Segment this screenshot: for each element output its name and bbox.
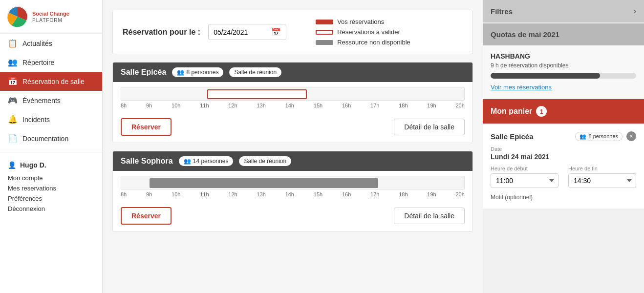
filtres-label: Filtres [491, 7, 513, 16]
cart-room-right: 👥 8 personnes × [575, 131, 636, 141]
capacity-icon-epicea: 👥 [177, 69, 184, 76]
voir-reservations-link[interactable]: Voir mes réservations [491, 84, 552, 91]
logo-text-block: Social Change PLATFORM [32, 10, 69, 22]
sidebar-item-reservation[interactable]: 📅 Réservation de salle [0, 72, 102, 91]
cart-start-select[interactable]: 11:00 11:30 12:00 [491, 173, 558, 188]
sidebar-item-actualites-label: Actualités [22, 40, 52, 47]
cart-start-group: Heure de début 11:00 11:30 12:00 [491, 166, 558, 188]
cart-count-badge: 1 [536, 106, 547, 117]
quotas-label: Quotas de mai 2021 [491, 30, 559, 39]
timeline-block-sophora-busy [150, 178, 378, 188]
deconnexion-link[interactable]: Déconnexion [8, 204, 94, 214]
user-icon: 👤 [8, 161, 16, 169]
legend: Vos réservations Réservations à valider … [316, 18, 410, 46]
reservation-icon: 📅 [8, 77, 18, 86]
room-actions-sophora: Réserver Détail de la salle [113, 202, 472, 231]
cart-room-header: Salle Epicéa 👥 8 personnes × [491, 131, 636, 141]
platform-label: PLATFORM [32, 18, 69, 23]
quotas-section: Quotas de mai 2021 HASHBANG 9 h de réser… [483, 22, 644, 98]
user-section: 👤 Hugo D. Mon compte Mes reservations Pr… [0, 156, 102, 219]
cart-motif-label: Motif (optionnel) [491, 194, 636, 201]
quotas-desc: 9 h de réservation disponibles [491, 62, 636, 69]
sidebar-item-incidents[interactable]: 🔔 Incidents [0, 110, 102, 129]
timeline-track-epicea [121, 87, 465, 101]
sidebar-item-repertoire[interactable]: 👥 Répertoire [0, 53, 102, 72]
sidebar-item-documentation[interactable]: 📄 Documentation [0, 129, 102, 148]
quotas-header: Quotas de mai 2021 [483, 23, 644, 45]
timeline-block-epicea-pending [207, 89, 307, 99]
cart-end-select[interactable]: 14:30 15:00 15:30 [568, 173, 636, 188]
reserver-button-epicea[interactable]: Réserver [121, 118, 172, 136]
legend-bar-vos [316, 20, 333, 24]
cart-header: Mon panier 1 [483, 99, 644, 124]
reserver-button-sophora[interactable]: Réserver [121, 207, 172, 225]
brand-name: Social Change [32, 10, 69, 17]
sidebar-item-evenements-label: Évènements [22, 97, 61, 105]
filtres-chevron: › [634, 7, 636, 16]
logo-icon [7, 6, 28, 27]
legend-vos-label: Vos réservations [337, 18, 384, 25]
cart-start-label: Heure de début [491, 166, 558, 171]
evenements-icon: 🎮 [8, 96, 18, 105]
room-type-sophora: Salle de réunion [239, 156, 291, 166]
cart-end-group: Heure de fin 14:30 15:00 15:30 [568, 166, 636, 188]
repertoire-icon: 👥 [8, 58, 18, 67]
cart-capacity-icon: 👥 [580, 133, 586, 140]
room-card-sophora: Salle Sophora 👥 14 personnes Salle de ré… [112, 151, 473, 232]
sidebar-item-actualites[interactable]: 📋 Actualités [0, 34, 102, 53]
room-capacity-sophora: 👥 14 personnes [179, 156, 234, 166]
sidebar-item-reservation-label: Réservation de salle [22, 78, 85, 85]
filtres-header[interactable]: Filtres › [483, 0, 644, 22]
date-input-wrapper[interactable]: 📅 [208, 24, 286, 40]
documentation-icon: 📄 [8, 134, 18, 143]
legend-bar-unavail [316, 40, 333, 45]
sidebar-item-evenements[interactable]: 🎮 Évènements [0, 91, 102, 110]
room-timeline-sophora: 8h9h10h11h12h13h14h15h16h17h18h19h20h [113, 171, 472, 202]
reservation-header: Réservation pour le : 📅 Vos réservations… [112, 10, 473, 54]
room-timeline-epicea: 8h9h10h11h12h13h14h15h16h17h18h19h20h [113, 82, 472, 113]
legend-valider-label: Réservations à valider [337, 28, 400, 36]
room-actions-epicea: Réserver Détail de la salle [113, 113, 472, 143]
mes-reservations-link[interactable]: Mes reservations [8, 183, 94, 193]
room-header-sophora: Salle Sophora 👥 14 personnes Salle de ré… [113, 151, 472, 171]
right-panel: Filtres › Quotas de mai 2021 HASHBANG 9 … [483, 0, 644, 293]
room-capacity-epicea: 👥 8 personnes [172, 67, 223, 77]
logo-area: Social Change PLATFORM [0, 0, 102, 34]
actualites-icon: 📋 [8, 39, 18, 48]
incidents-icon: 🔔 [8, 115, 18, 124]
date-input[interactable] [214, 28, 267, 36]
cart-close-button[interactable]: × [626, 131, 636, 141]
detail-button-epicea[interactable]: Détail de la salle [394, 119, 465, 135]
room-name-epicea: Salle Epicéa [121, 68, 166, 77]
capacity-icon-sophora: 👥 [184, 158, 191, 165]
sidebar-item-incidents-label: Incidents [22, 116, 50, 124]
quota-bar-fill [491, 73, 600, 79]
quota-bar-track [491, 73, 636, 79]
detail-button-sophora[interactable]: Détail de la salle [394, 208, 465, 224]
sidebar-item-repertoire-label: Répertoire [22, 59, 54, 66]
legend-valider: Réservations à valider [316, 28, 410, 36]
sidebar-item-documentation-label: Documentation [22, 135, 68, 143]
cart-room-badge: 👥 8 personnes [575, 132, 623, 141]
cart-end-label: Heure de fin [568, 166, 636, 171]
preferences-link[interactable]: Préférences [8, 193, 94, 204]
filtres-section: Filtres › [483, 0, 644, 22]
cart-room-name: Salle Epicéa [491, 132, 534, 141]
timeline-labels-sophora: 8h9h10h11h12h13h14h15h16h17h18h19h20h [121, 191, 465, 200]
legend-unavail-label: Ressource non disponible [337, 39, 410, 46]
mon-compte-link[interactable]: Mon compte [8, 173, 94, 183]
reservation-label: Réservation pour le : [123, 28, 200, 37]
cart-title: Mon panier [491, 107, 532, 116]
quotas-org-name: HASHBANG [491, 52, 636, 60]
user-name: 👤 Hugo D. [8, 161, 94, 169]
calendar-icon[interactable]: 📅 [271, 27, 281, 37]
room-name-sophora: Salle Sophora [121, 157, 173, 166]
legend-bar-valider [316, 30, 333, 35]
sidebar: Social Change PLATFORM 📋 Actualités 👥 Ré… [0, 0, 103, 293]
main-content: Réservation pour le : 📅 Vos réservations… [103, 0, 483, 293]
cart-section: Mon panier 1 Salle Epicéa 👥 8 personnes … [483, 98, 644, 209]
room-card-epicea: Salle Epicéa 👥 8 personnes Salle de réun… [112, 62, 473, 143]
room-type-epicea: Salle de réunion [229, 67, 281, 77]
cart-date-label: Date [491, 146, 636, 152]
legend-vos: Vos réservations [316, 18, 410, 25]
